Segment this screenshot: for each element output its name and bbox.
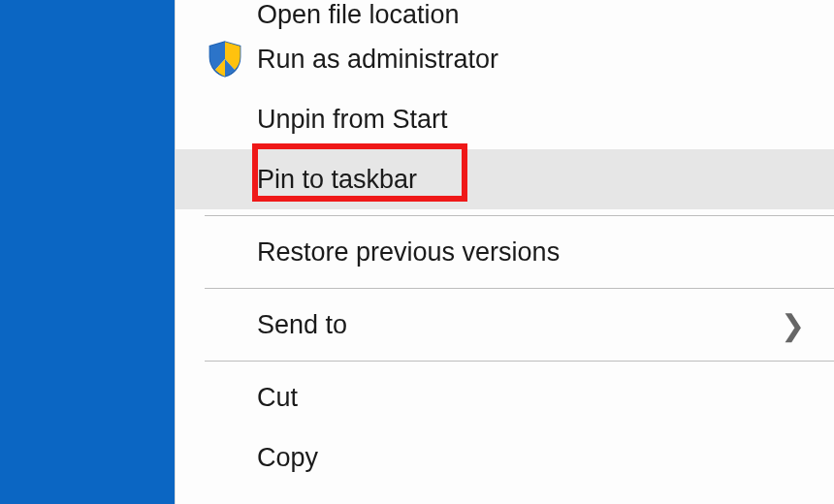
menu-separator: [205, 361, 834, 362]
menu-item-restore-previous-versions[interactable]: Restore previous versions: [176, 222, 834, 282]
menu-item-label: Unpin from Start: [257, 105, 834, 135]
menu-item-label: Copy: [257, 443, 834, 473]
menu-item-cut[interactable]: Cut: [176, 367, 834, 427]
menu-item-label: Restore previous versions: [257, 237, 834, 268]
chevron-right-icon: ❯: [781, 308, 805, 342]
menu-item-label: Open file location: [257, 0, 834, 30]
desktop-background: [0, 0, 175, 504]
context-menu: Open file location Run as administrator …: [175, 0, 834, 504]
menu-item-pin-to-taskbar[interactable]: Pin to taskbar: [176, 149, 834, 209]
menu-item-label: Run as administrator: [257, 45, 834, 75]
menu-item-label: Pin to taskbar: [257, 165, 834, 195]
shield-icon: [193, 40, 257, 79]
menu-separator: [205, 215, 834, 216]
menu-item-copy[interactable]: Copy: [176, 427, 834, 488]
menu-separator: [205, 288, 834, 289]
menu-item-label: Cut: [257, 383, 834, 413]
menu-item-send-to[interactable]: Send to ❯: [176, 295, 834, 355]
menu-item-run-as-administrator[interactable]: Run as administrator: [176, 29, 834, 89]
menu-item-unpin-from-start[interactable]: Unpin from Start: [176, 89, 834, 149]
menu-item-open-file-location[interactable]: Open file location: [176, 0, 834, 29]
menu-item-label: Send to: [257, 310, 834, 340]
